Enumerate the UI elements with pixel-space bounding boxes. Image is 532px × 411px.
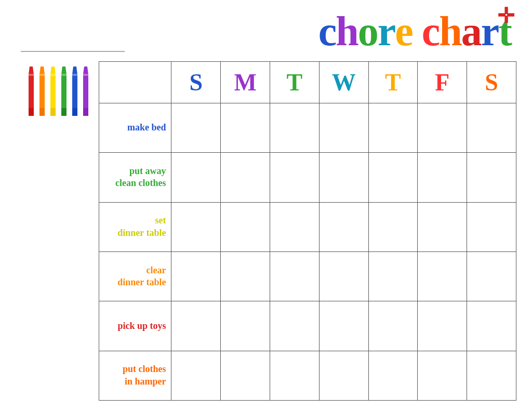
cell-cleartable-fri[interactable] [418,251,467,301]
header-monday: M [221,62,270,103]
header-wednesday: W [319,62,368,103]
cell-clothes-fri[interactable] [418,153,467,202]
cell-makebed-tue[interactable] [270,103,320,153]
cell-clothes-sat[interactable] [467,153,516,202]
name-area [21,49,125,52]
header: c h o r e c h a r t✛ [16,10,516,52]
svg-rect-17 [72,74,77,108]
cell-cleartable-sun[interactable] [171,251,221,301]
svg-rect-5 [39,74,45,108]
svg-rect-15 [61,74,67,76]
cell-toys-mon[interactable] [221,301,270,351]
svg-rect-10 [50,108,56,116]
table-row: make bed [99,103,516,153]
svg-marker-20 [83,67,88,74]
svg-marker-0 [29,67,34,74]
cell-settable-tue[interactable] [270,202,320,251]
chore-label-clear-table: cleardinner table [99,251,171,301]
cell-cleartable-thu[interactable] [368,251,418,301]
svg-rect-2 [29,108,34,116]
header-sunday: S [171,62,221,103]
header-thursday: T [368,62,418,103]
header-saturday: S [467,62,516,103]
cell-cleartable-tue[interactable] [270,251,320,301]
svg-rect-19 [72,74,78,76]
cell-makebed-thu[interactable] [368,103,418,153]
cell-makebed-sat[interactable] [467,103,516,153]
cell-hamper-mon[interactable] [221,351,270,400]
svg-rect-21 [83,74,88,108]
cell-hamper-thu[interactable] [368,351,418,400]
cell-toys-tue[interactable] [270,301,320,351]
table-row: setdinner table [99,202,516,251]
cell-clothes-thu[interactable] [368,153,418,202]
svg-rect-14 [61,108,66,116]
svg-rect-13 [61,74,66,108]
svg-rect-3 [28,74,34,76]
page-title: c h o r e c h a r t✛ [318,10,511,52]
name-underline [21,51,125,52]
chore-label-make-bed: make bed [99,103,171,153]
cell-settable-thu[interactable] [368,202,418,251]
table-row: put awayclean clothes [99,153,516,202]
cell-clothes-mon[interactable] [221,153,270,202]
svg-rect-23 [83,74,89,76]
cell-toys-thu[interactable] [368,301,418,351]
cell-hamper-fri[interactable] [418,351,467,400]
cell-toys-wed[interactable] [319,301,368,351]
cell-hamper-sun[interactable] [171,351,221,400]
cell-clothes-sun[interactable] [171,153,221,202]
cell-cleartable-sat[interactable] [467,251,516,301]
chore-label-set-table: setdinner table [99,202,171,251]
svg-rect-1 [29,74,34,108]
cell-cleartable-mon[interactable] [221,251,270,301]
day-header-row: S M T W T F S [99,62,516,103]
svg-rect-22 [83,108,88,116]
chore-label-hamper: put clothesin hamper [99,351,171,400]
svg-rect-9 [50,74,56,108]
table-row: cleardinner table [99,251,516,301]
svg-marker-16 [72,67,77,74]
svg-rect-18 [72,108,77,116]
svg-rect-7 [39,74,45,76]
cell-hamper-sat[interactable] [467,351,516,400]
chore-table: S M T W T F S make bed [99,61,516,401]
cell-toys-fri[interactable] [418,301,467,351]
cell-toys-sat[interactable] [467,301,516,351]
cell-makebed-sun[interactable] [171,103,221,153]
cell-makebed-fri[interactable] [418,103,467,153]
cell-hamper-tue[interactable] [270,351,320,400]
crayons-svg [21,64,94,121]
cell-settable-sun[interactable] [171,202,221,251]
title-word-chart: c h a r t✛ [422,10,511,52]
header-friday: F [418,62,467,103]
cell-clothes-wed[interactable] [319,153,368,202]
cell-settable-sat[interactable] [467,202,516,251]
cell-settable-wed[interactable] [319,202,368,251]
main-content: S M T W T F S make bed [16,61,516,401]
svg-marker-4 [39,67,45,74]
cell-settable-mon[interactable] [221,202,270,251]
svg-rect-11 [50,74,56,76]
cell-makebed-wed[interactable] [319,103,368,153]
header-empty-cell [99,62,171,103]
chore-label-pick-up-toys: pick up toys [99,301,171,351]
table-row: put clothesin hamper [99,351,516,400]
header-tuesday: T [270,62,320,103]
title-word-chore: c h o r e [318,10,413,52]
chore-label-put-away-clothes: put awayclean clothes [99,153,171,202]
svg-marker-12 [61,67,66,74]
cell-settable-fri[interactable] [418,202,467,251]
crayons-image [21,64,94,121]
cell-hamper-wed[interactable] [319,351,368,400]
svg-rect-6 [39,108,45,116]
crayons-column [16,61,99,401]
cell-clothes-tue[interactable] [270,153,320,202]
cell-toys-sun[interactable] [171,301,221,351]
cell-cleartable-wed[interactable] [319,251,368,301]
svg-marker-8 [50,67,56,74]
table-row: pick up toys [99,301,516,351]
cell-makebed-mon[interactable] [221,103,270,153]
